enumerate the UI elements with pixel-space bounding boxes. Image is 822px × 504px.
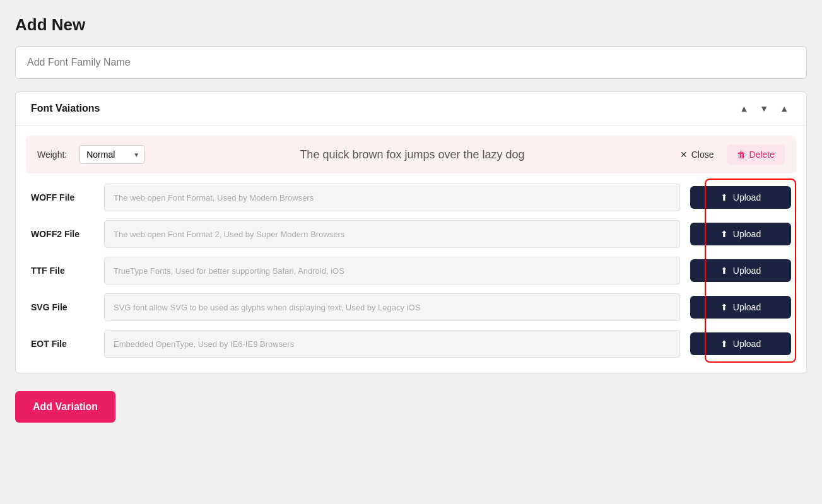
eot-upload-label: Upload [733, 339, 761, 349]
woff-file-label: WOFF File [31, 192, 94, 202]
eot-upload-button[interactable]: ⬆ Upload [690, 332, 791, 355]
weight-select[interactable]: Normal Thin Extra Light Light Medium Sem… [79, 145, 144, 164]
upload-icon: ⬆ [720, 302, 728, 312]
weight-label: Weight: [37, 149, 67, 160]
woff2-file-label: WOFF2 File [31, 229, 94, 239]
svg-file-label: SVG File [31, 302, 94, 312]
ttf-upload-button[interactable]: ⬆ Upload [690, 259, 791, 282]
preview-text: The quick brown fox jumps over the lazy … [157, 148, 667, 161]
header-controls: ▲ ▼ ▲ [737, 102, 791, 115]
eot-file-label: EOT File [31, 339, 94, 349]
woff-file-input[interactable]: The web open Font Format, Used by Modern… [104, 184, 680, 211]
font-name-input-wrapper [15, 46, 807, 79]
eot-file-placeholder: Embedded OpenType, Used by IE6-IE9 Brows… [114, 339, 294, 349]
upload-icon: ⬆ [720, 192, 728, 202]
file-row: WOFF2 File The web open Font Format 2, U… [31, 220, 791, 248]
upload-icon: ⬆ [720, 229, 728, 239]
svg-upload-label: Upload [733, 302, 761, 312]
woff-file-placeholder: The web open Font Format, Used by Modern… [114, 193, 314, 202]
ttf-file-placeholder: TrueType Fonts, Used for better supporti… [114, 266, 344, 276]
variations-title: Font Vaiations [31, 103, 100, 114]
delete-label: Delete [749, 149, 775, 160]
woff-upload-label: Upload [733, 192, 761, 202]
upload-icon: ⬆ [720, 339, 728, 349]
ttf-upload-label: Upload [733, 266, 761, 276]
variations-panel: Font Vaiations ▲ ▼ ▲ Weight: Normal Thin… [15, 91, 807, 373]
delete-button[interactable]: 🗑 Delete [727, 144, 785, 165]
svg-file-input[interactable]: SVG font allow SVG to be used as glyphs … [104, 293, 680, 321]
svg-upload-button[interactable]: ⬆ Upload [690, 296, 791, 319]
file-row: SVG File SVG font allow SVG to be used a… [31, 293, 791, 321]
file-row: EOT File Embedded OpenType, Used by IE6-… [31, 330, 791, 358]
close-label: Close [691, 149, 714, 160]
woff2-upload-button[interactable]: ⬆ Upload [690, 223, 791, 245]
files-grid: WOFF File The web open Font Format, Used… [31, 184, 791, 358]
add-variation-button[interactable]: Add Variation [15, 391, 115, 423]
file-row: TTF File TrueType Fonts, Used for better… [31, 257, 791, 284]
page-title: Add New [15, 15, 807, 35]
ttf-file-label: TTF File [31, 266, 94, 276]
variation-row: Weight: Normal Thin Extra Light Light Me… [26, 136, 796, 173]
close-button[interactable]: ✕ Close [680, 149, 714, 160]
chevron-up-button[interactable]: ▲ [737, 102, 751, 115]
trash-icon: 🗑 [737, 149, 746, 160]
upload-icon: ⬆ [720, 266, 728, 276]
variations-header: Font Vaiations ▲ ▼ ▲ [16, 92, 806, 126]
close-icon: ✕ [680, 149, 688, 160]
ttf-file-input[interactable]: TrueType Fonts, Used for better supporti… [104, 257, 680, 284]
eot-file-input[interactable]: Embedded OpenType, Used by IE6-IE9 Brows… [104, 330, 680, 358]
woff2-file-input[interactable]: The web open Font Format 2, Used by Supe… [104, 220, 680, 248]
weight-select-wrapper: Normal Thin Extra Light Light Medium Sem… [79, 145, 144, 164]
files-section: WOFF File The web open Font Format, Used… [16, 173, 806, 373]
font-name-input[interactable] [16, 47, 806, 78]
woff2-upload-label: Upload [733, 229, 761, 239]
svg-file-placeholder: SVG font allow SVG to be used as glyphs … [114, 303, 420, 312]
woff2-file-placeholder: The web open Font Format 2, Used by Supe… [114, 230, 344, 239]
chevron-up2-button[interactable]: ▲ [777, 102, 791, 115]
chevron-down-button[interactable]: ▼ [757, 102, 771, 115]
woff-upload-button[interactable]: ⬆ Upload [690, 186, 791, 209]
file-row: WOFF File The web open Font Format, Used… [31, 184, 791, 211]
